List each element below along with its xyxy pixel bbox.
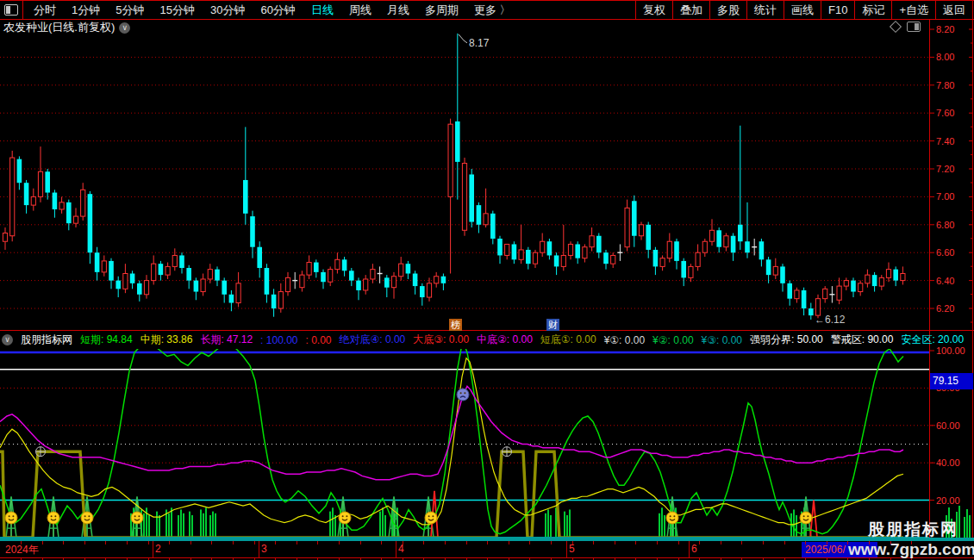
axis-tick [297, 541, 297, 544]
axis-tick [317, 541, 318, 544]
panel-divider [0, 330, 974, 331]
month-label-5: 6 [691, 543, 697, 555]
axis-tick [572, 541, 573, 544]
axis-tick [741, 541, 742, 544]
chart-title-row: 农发种业(日线.前复权) ∨ [3, 21, 130, 34]
toolbar-button-5[interactable]: F10 [821, 1, 854, 19]
axis-tick [678, 541, 679, 544]
indicator-value-11: ¥③: 0.00 [702, 334, 742, 346]
axis-tick [529, 541, 530, 544]
axis-tick [360, 541, 361, 544]
period-item-7[interactable]: 周线 [341, 1, 379, 19]
period-item-2[interactable]: 5分钟 [108, 1, 152, 19]
axis-tick [635, 541, 636, 544]
axis-tick [827, 541, 827, 544]
axis-tick [466, 541, 467, 544]
axis-tick [381, 541, 382, 544]
svg-text:←6.12: ←6.12 [815, 314, 846, 326]
period-item-3[interactable]: 15分钟 [152, 1, 202, 19]
toolbar-button-0[interactable]: 复权 [635, 1, 672, 19]
axis-tick [84, 541, 85, 544]
toolbar-button-6[interactable]: 标记 [854, 1, 891, 19]
news-badge-1[interactable]: 财 [546, 319, 559, 331]
axis-tick [784, 541, 785, 544]
signal-bar [958, 506, 960, 538]
stock-title[interactable]: 农发种业(日线.前复权) [3, 20, 115, 35]
period-item-0[interactable]: 分时 [26, 1, 64, 19]
axis-tick [254, 541, 255, 544]
period-item-6[interactable]: 日线 [303, 1, 341, 19]
svg-text:8.17: 8.17 [469, 37, 490, 49]
period-item-10[interactable]: 更多 〉 [466, 1, 519, 19]
axis-tick [423, 541, 424, 544]
axis-tick [211, 541, 212, 544]
toolbar-button-8[interactable]: 返回 [935, 1, 973, 19]
month-separator [396, 541, 396, 557]
month-label-0: 2024年 [5, 543, 39, 557]
axis-tick [42, 541, 43, 544]
indicator-axis-label: 60.00 [936, 420, 971, 431]
indicator-value-10: ¥②: 0.00 [652, 334, 693, 346]
month-separator [689, 541, 690, 557]
axis-tick [615, 541, 615, 544]
indicator-site-name: 股朋指标网 [21, 333, 72, 347]
indicator-value-14: 安全区: 20.00 [901, 333, 964, 347]
candlestick-chart[interactable]: 8.17←6.12 [0, 19, 929, 330]
month-separator [153, 541, 153, 557]
window-split-icon[interactable] [4, 4, 18, 16]
axis-tick [169, 541, 170, 544]
title-right-icons [891, 22, 921, 32]
axis-tick [190, 541, 191, 544]
indicator-chart[interactable] [0, 349, 929, 541]
period-item-1[interactable]: 1分钟 [64, 1, 108, 19]
indicator-value-0: 短期: 94.84 [80, 333, 133, 347]
toolbar-separator [22, 1, 23, 19]
watermark-url: www.7gpzb.com [848, 540, 974, 559]
toolbar-button-3[interactable]: 统计 [746, 1, 784, 19]
period-menu: 分时1分钟5分钟15分钟30分钟60分钟日线周线月线多周期更多 〉 [26, 1, 519, 19]
axis-tick [551, 541, 552, 544]
axis-tick [763, 541, 764, 544]
indicator-value-13: 警戒区: 90.00 [831, 333, 894, 347]
axis-tick [21, 541, 22, 544]
axis-tick [657, 541, 658, 544]
period-item-5[interactable]: 60分钟 [253, 1, 303, 19]
toolbar-button-1[interactable]: 叠加 [672, 1, 709, 19]
axis-tick [127, 541, 128, 544]
axis-tick [63, 541, 64, 544]
news-badge-0[interactable]: 榜 [449, 319, 462, 331]
axis-tick [699, 541, 700, 544]
toolbar-button-2[interactable]: 多股 [709, 1, 746, 19]
axis-tick [509, 541, 509, 544]
axis-tick [805, 541, 806, 544]
month-separator [259, 541, 259, 557]
chevron-down-icon[interactable]: ∨ [119, 22, 130, 34]
axis-ticks [929, 19, 974, 557]
axis-tick [339, 541, 340, 544]
axis-tick [721, 541, 721, 544]
indicator-value-12: 强弱分界: 50.00 [750, 333, 823, 347]
toolbar-button-7[interactable]: +自选 [891, 1, 935, 19]
indicator-axis-label: 40.00 [936, 457, 971, 468]
axis-tick [233, 541, 234, 544]
watermark-site-name: 股朋指标网 [868, 519, 958, 541]
axis-tick [275, 541, 276, 544]
indicator-value-8: 短底①: 0.00 [540, 333, 596, 347]
axis-tick [148, 541, 149, 544]
diamond-icon[interactable] [890, 21, 902, 33]
indicator-value-4: : 0.00 [305, 334, 331, 346]
indicator-value-9: ¥①: 0.00 [604, 334, 645, 346]
month-label-3: 4 [398, 543, 404, 555]
signal-bar [964, 517, 965, 538]
month-label-4: 5 [569, 543, 575, 555]
period-item-9[interactable]: 多周期 [417, 1, 466, 19]
period-item-4[interactable]: 30分钟 [203, 1, 253, 19]
top-toolbar: 分时1分钟5分钟15分钟30分钟60分钟日线周线月线多周期更多 〉 复权叠加多股… [0, 0, 974, 20]
period-item-8[interactable]: 月线 [379, 1, 417, 19]
panel-layout-icon[interactable] [907, 22, 921, 32]
indicator-header: ∨ 股朋指标网 短期: 94.84中期: 33.86长期: 47.12: 100… [2, 333, 964, 347]
axis-tick [403, 541, 403, 544]
signal-bar [969, 515, 971, 538]
toolbar-button-4[interactable]: 画线 [784, 1, 821, 19]
chevron-down-icon[interactable]: ∨ [2, 334, 13, 345]
